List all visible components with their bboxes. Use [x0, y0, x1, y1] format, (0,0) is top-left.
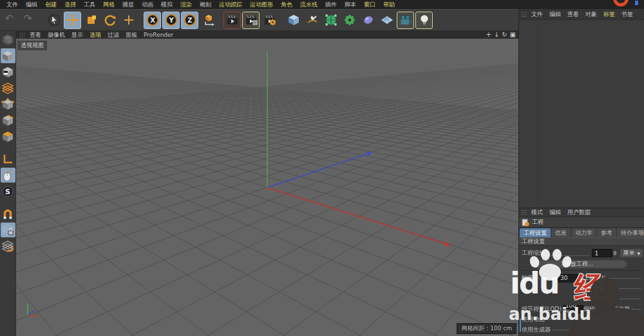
viewport-panel[interactable]: 查看摄像机显示选项过滤面板ProRender +↓↻▣ 透视视图 网格间距 : … — [16, 31, 518, 336]
pen-spline-button[interactable] — [303, 12, 321, 29]
tab-动力学[interactable]: 动力学 — [571, 228, 596, 237]
object-manager-menu-对象[interactable]: 对象 — [582, 10, 600, 19]
viewport-menu-选项[interactable]: 选项 — [86, 31, 104, 39]
menu-编辑[interactable]: 编辑 — [22, 1, 41, 9]
attribute-manager-menu-编辑[interactable]: 编辑 — [546, 208, 564, 217]
menu-渲染[interactable]: 渲染 — [176, 1, 196, 9]
viewport-menu-面板[interactable]: 面板 — [122, 31, 140, 39]
x-axis-icon: X — [146, 14, 159, 26]
rotate-tool-button[interactable] — [101, 12, 118, 29]
menu-选择[interactable]: 选择 — [61, 1, 80, 9]
floor-button[interactable] — [378, 12, 395, 29]
dolly-view-icon[interactable]: ↓ — [494, 32, 499, 38]
render-settings-button[interactable] — [261, 12, 278, 29]
object-manager-menu-文件[interactable]: 文件 — [528, 10, 546, 19]
ground-grid — [16, 39, 518, 336]
menu-流水线[interactable]: 流水线 — [296, 1, 321, 9]
panel-grip-icon[interactable] — [521, 12, 526, 17]
align-workplane-button[interactable] — [1, 239, 15, 253]
viewport-menu-摄像机[interactable]: 摄像机 — [44, 31, 68, 39]
menu-网格[interactable]: 网格 — [99, 1, 118, 9]
redo-icon: ↷ — [24, 14, 37, 26]
menu-脚本[interactable]: 脚本 — [341, 1, 360, 9]
scale-tool-button[interactable] — [82, 12, 100, 29]
points-mode-button[interactable] — [1, 97, 15, 112]
lock-z-axis-button[interactable]: Z — [181, 12, 198, 29]
checkbox-checked[interactable]: ✔ — [578, 316, 583, 323]
workplane-mode-button[interactable] — [1, 81, 15, 95]
menu-角色[interactable]: 角色 — [277, 1, 296, 9]
viewport-menu-过滤[interactable]: 过滤 — [104, 31, 122, 39]
view-label[interactable]: 透视视图 — [17, 41, 47, 50]
spinner-icon[interactable] — [613, 249, 618, 257]
polygons-mode-button[interactable] — [1, 129, 15, 144]
menu-窗口[interactable]: 窗口 — [360, 1, 379, 9]
menu-运动图形[interactable]: 运动图形 — [246, 1, 277, 9]
tab-待办事项[interactable]: 待办事项 — [617, 228, 644, 237]
menu-插件[interactable]: 插件 — [321, 1, 341, 9]
viewport-menu-显示[interactable]: 显示 — [68, 31, 86, 39]
magnet-button[interactable] — [1, 206, 15, 221]
object-manager-list[interactable] — [519, 20, 644, 208]
model-mode-button[interactable] — [1, 48, 15, 63]
texture-mode-button[interactable] — [1, 64, 15, 79]
toggle-panel-icon[interactable]: ▣ — [510, 32, 516, 38]
lock-y-axis-button[interactable]: Y — [162, 12, 180, 29]
fields-button[interactable] — [359, 12, 377, 29]
rotate-view-icon[interactable]: ↻ — [502, 32, 507, 38]
edges-mode-button[interactable] — [1, 113, 15, 128]
light-button[interactable] — [415, 12, 433, 29]
viewport-menu-查看[interactable]: 查看 — [26, 31, 44, 39]
move-tool-button[interactable] — [64, 12, 81, 29]
tab-信息[interactable]: 信息 — [551, 228, 571, 237]
menu-模拟[interactable]: 模拟 — [157, 1, 176, 9]
menu-工具[interactable]: 工具 — [80, 1, 99, 9]
scale-project-button[interactable]: 缩放工程... — [531, 260, 627, 268]
attribute-manager-menu-用户数据[interactable]: 用户数据 — [564, 208, 594, 217]
enable-axis-button[interactable] — [1, 152, 15, 166]
camera-button[interactable] — [397, 12, 414, 29]
viewport-menubar: 查看摄像机显示选项过滤面板ProRender — [16, 31, 518, 39]
live-selection-button[interactable] — [45, 12, 62, 29]
last-tool-button[interactable] — [120, 12, 137, 29]
viewport-canvas[interactable]: 透视视图 网格间距 : 100 cm — [16, 39, 518, 336]
spinner-icon[interactable] — [579, 274, 583, 282]
tab-工程设置[interactable]: 工程设置 — [520, 228, 551, 237]
object-manager-menu-标签[interactable]: 标签 — [600, 10, 618, 19]
lock-workplane-button[interactable] — [1, 222, 15, 237]
project-scale-input[interactable]: 1 — [592, 249, 612, 257]
checkbox-checked[interactable]: ✔ — [578, 326, 583, 333]
coordinate-system-button[interactable] — [200, 12, 217, 29]
lock-x-axis-button[interactable]: X — [144, 12, 161, 29]
menu-动画[interactable]: 动画 — [138, 1, 157, 9]
render-settings-icon — [263, 14, 276, 26]
object-manager-menu-查看[interactable]: 查看 — [564, 10, 582, 19]
lod-input[interactable]: 100 % — [563, 305, 583, 313]
menu-文件[interactable]: 文件 — [3, 1, 22, 9]
add-primitive-button[interactable] — [285, 12, 302, 29]
menu-帮助[interactable]: 帮助 — [379, 1, 399, 9]
viewport-tool-button[interactable] — [1, 168, 15, 183]
unit-dropdown[interactable]: 厘米▾ — [620, 249, 643, 257]
object-manager-menu-书签[interactable]: 书签 — [618, 10, 636, 19]
enable-snap-button[interactable]: S — [1, 184, 15, 199]
render-view-icon — [226, 14, 239, 26]
menu-运动跟踪[interactable]: 运动跟踪 — [215, 1, 246, 9]
render-view-button[interactable] — [223, 12, 241, 29]
pan-view-icon[interactable]: + — [486, 32, 491, 38]
render-picture-viewer-button[interactable] — [242, 12, 260, 29]
menu-创建[interactable]: 创建 — [41, 1, 61, 9]
right-label: 最大时长 — [583, 284, 607, 293]
object-manager-menu-编辑[interactable]: 编辑 — [546, 10, 564, 19]
subdivision-surface-button[interactable] — [322, 12, 339, 29]
menu-雕刻[interactable]: 雕刻 — [196, 1, 215, 9]
menu-捕捉[interactable]: 捕捉 — [118, 1, 138, 9]
panel-grip-icon[interactable] — [19, 32, 24, 38]
tab-参考[interactable]: 参考 — [597, 228, 616, 237]
project-icon — [522, 219, 529, 226]
panel-grip-icon[interactable] — [521, 210, 526, 215]
viewport-menu-ProRender[interactable]: ProRender — [140, 32, 176, 38]
attribute-manager-menu-模式[interactable]: 模式 — [528, 208, 546, 217]
generators-button[interactable] — [341, 12, 358, 29]
fps-input[interactable]: 30 — [558, 274, 578, 282]
